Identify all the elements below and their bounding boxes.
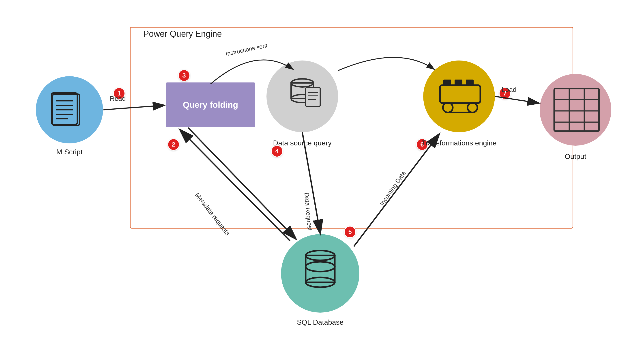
arrow-load — [495, 96, 538, 103]
output-circle — [540, 74, 611, 146]
arrow-read — [104, 105, 164, 110]
sql-database-circle — [281, 234, 360, 312]
main-svg: Read Instructions sent Metadata requests… — [0, 0, 644, 363]
metadata-label: Metadata requests — [194, 192, 231, 237]
data-source-query-circle — [266, 61, 338, 132]
diagram-container: Power Query Engine Query folding 1 2 3 4… — [0, 0, 644, 363]
svg-rect-16 — [454, 80, 462, 86]
transformations-engine-circle — [423, 61, 495, 132]
data-request-label: Data Request — [303, 192, 314, 231]
arrow-instructions-2 — [338, 57, 434, 71]
arrow-metadata-up — [180, 130, 290, 241]
arrow-incoming-data — [354, 134, 439, 246]
load-label: Load — [502, 86, 516, 93]
instructions-label: Instructions sent — [225, 42, 268, 57]
svg-rect-15 — [443, 80, 451, 86]
read-label: Read — [110, 95, 126, 102]
svg-rect-10 — [306, 87, 320, 106]
incoming-data-label: Incoming Data — [378, 170, 407, 207]
svg-rect-17 — [466, 80, 474, 86]
arrow-metadata-down — [188, 128, 296, 239]
